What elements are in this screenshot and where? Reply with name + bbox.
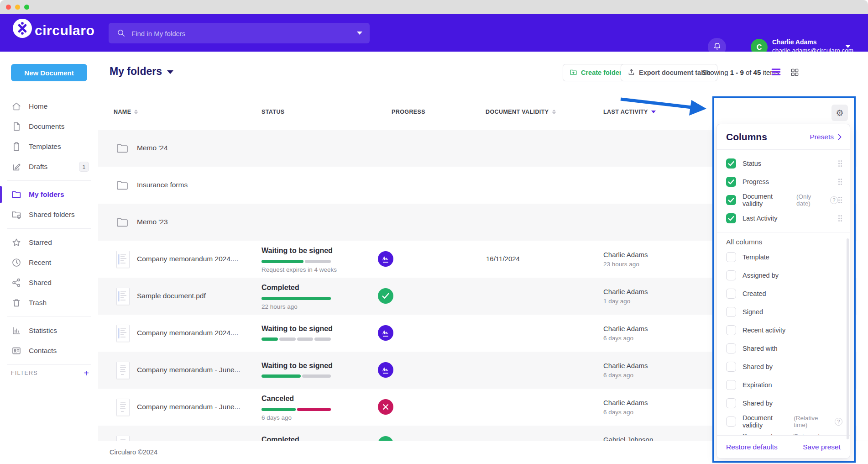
column-option-status[interactable]: Status [717, 154, 850, 173]
restore-defaults-link[interactable]: Restore defaults [726, 443, 778, 451]
column-option-shared-with[interactable]: Shared with [717, 339, 850, 358]
item-name: Insurance forms [137, 181, 188, 189]
column-header-document-validity[interactable]: DOCUMENT VALIDITY [486, 109, 556, 115]
status-label: Completed [261, 284, 299, 292]
drag-handle-icon[interactable] [838, 196, 842, 204]
column-header-status[interactable]: STATUS [261, 109, 285, 115]
sidebar-item-my-folders[interactable]: My folders [0, 185, 98, 205]
checkbox-checked-icon[interactable] [726, 213, 736, 223]
search-input[interactable] [131, 23, 347, 44]
document-icon [11, 121, 22, 132]
sidebar-item-statistics[interactable]: Statistics [0, 321, 98, 341]
sidebar-item-recent[interactable]: Recent [0, 253, 98, 273]
drafts-count-badge: 1 [79, 162, 89, 172]
item-name: Sample document.pdf [137, 292, 206, 300]
chevron-right-icon [838, 134, 842, 140]
checkbox-unchecked-icon[interactable] [726, 343, 736, 353]
column-option-label: Recent activity [743, 327, 785, 334]
star-icon [11, 237, 22, 248]
save-preset-link[interactable]: Save preset [803, 443, 841, 451]
column-option-last-activity[interactable]: Last Activity [717, 209, 850, 227]
column-header-progress[interactable]: PROGRESS [392, 109, 425, 115]
app-window: { "window": {"controls": ["close", "mini… [0, 0, 868, 464]
document-thumbnail-icon [116, 251, 130, 268]
drag-handle-icon[interactable] [838, 160, 842, 167]
folder-icon [116, 217, 128, 229]
document-thumbnail-icon [116, 288, 130, 305]
column-option-shared-by[interactable]: Shared by [717, 394, 850, 412]
status-label: Waiting to be signed [261, 325, 333, 333]
contacts-icon [11, 345, 22, 356]
presets-label: Presets [810, 133, 834, 141]
sidebar-divider [7, 228, 91, 229]
column-header-name[interactable]: NAME [114, 109, 138, 115]
minimize-window-icon[interactable] [15, 5, 20, 10]
info-icon[interactable]: ? [830, 196, 838, 204]
sidebar: New Document HomeDocumentsTemplatesDraft… [0, 52, 99, 464]
column-header-last-activity[interactable]: LAST ACTIVITY [603, 109, 656, 115]
create-folder-button[interactable]: Create folder [563, 64, 628, 81]
column-option-signed[interactable]: Signed [717, 303, 850, 321]
sidebar-divider [7, 364, 91, 365]
checkbox-unchecked-icon[interactable] [726, 307, 736, 317]
checkbox-unchecked-icon[interactable] [726, 325, 736, 335]
last-activity-time: 6 days ago [603, 335, 633, 342]
column-option-document-validity[interactable]: Document validity(Relative time)? [717, 412, 850, 431]
checkbox-unchecked-icon[interactable] [726, 380, 736, 390]
table-settings-button[interactable]: ⚙ [831, 105, 848, 121]
sort-icon [134, 110, 138, 114]
checkbox-checked-icon[interactable] [726, 177, 736, 187]
checkbox-checked-icon[interactable] [726, 158, 736, 169]
checkbox-unchecked-icon[interactable] [726, 417, 736, 427]
last-activity-time: 23 hours ago [603, 261, 639, 268]
column-option-document-validity[interactable]: Document validity(Only date)? [717, 191, 850, 209]
folder-icon [11, 189, 22, 200]
item-name: Company memorandum 2024.... [137, 255, 238, 263]
column-option-label: Shared by [743, 400, 773, 407]
circularo-logo-icon [13, 19, 32, 40]
sidebar-item-home[interactable]: Home [0, 96, 98, 116]
shared-folder-icon [11, 209, 22, 220]
info-icon[interactable]: ? [835, 418, 842, 426]
sidebar-item-documents[interactable]: Documents [0, 116, 98, 137]
column-option-expiration[interactable]: Expiration [717, 376, 850, 394]
sidebar-item-trash[interactable]: Trash [0, 293, 98, 313]
column-option-shared-by[interactable]: Shared by [717, 358, 850, 376]
copyright-text: Circularo ©2024 [110, 448, 157, 456]
checkbox-unchecked-icon[interactable] [726, 362, 736, 372]
column-option-assigned-by[interactable]: Assigned by [717, 266, 850, 285]
sidebar-item-shared-folders[interactable]: Shared folders [0, 205, 98, 225]
sidebar-item-contacts[interactable]: Contacts [0, 341, 98, 361]
sidebar-item-starred[interactable]: Starred [0, 232, 98, 253]
column-option-created[interactable]: Created [717, 285, 850, 303]
list-view-icon[interactable] [771, 68, 782, 78]
new-document-button[interactable]: New Document [11, 64, 87, 81]
progress-x-icon [378, 399, 393, 415]
presets-link[interactable]: Presets [810, 133, 842, 141]
close-window-icon[interactable] [6, 5, 11, 10]
drag-handle-icon[interactable] [838, 215, 842, 222]
zoom-window-icon[interactable] [24, 5, 29, 10]
user-menu-chevron-down-icon[interactable] [845, 45, 851, 48]
filters-label: FILTERS [11, 370, 38, 376]
column-option-progress[interactable]: Progress [717, 173, 850, 191]
checkbox-unchecked-icon[interactable] [726, 289, 736, 299]
panel-scrollbar[interactable] [847, 238, 849, 439]
sidebar-item-drafts[interactable]: Drafts1 [0, 157, 98, 177]
column-option-recent-activity[interactable]: Recent activity [717, 321, 850, 339]
column-option-note: (Only date) [796, 193, 826, 207]
add-filter-button[interactable]: + [84, 369, 89, 378]
document-validity-date: 16/11/2024 [486, 255, 520, 263]
checkbox-unchecked-icon[interactable] [726, 398, 736, 408]
export-table-label: Export document table [639, 69, 711, 76]
search-scope-chevron-down-icon[interactable] [357, 32, 362, 35]
drag-handle-icon[interactable] [838, 178, 842, 185]
grid-view-icon[interactable] [790, 68, 801, 78]
checkbox-checked-icon[interactable] [726, 195, 736, 205]
checkbox-unchecked-icon[interactable] [726, 252, 736, 262]
column-option-template[interactable]: Template [717, 248, 850, 266]
checkbox-unchecked-icon[interactable] [726, 270, 736, 280]
sidebar-item-templates[interactable]: Templates [0, 137, 98, 157]
sidebar-item-shared[interactable]: Shared [0, 273, 98, 293]
page-title[interactable]: My folders [110, 65, 173, 78]
